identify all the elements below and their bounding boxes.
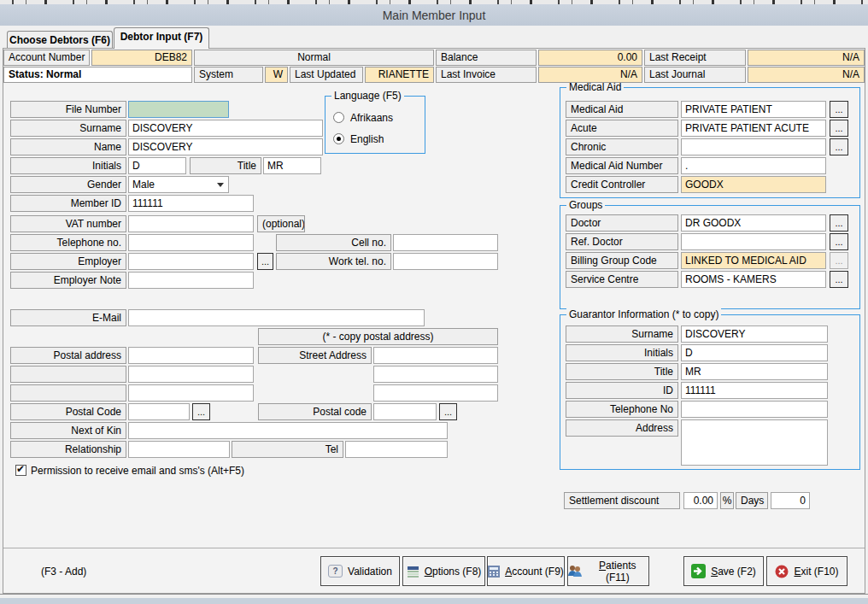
validation-button[interactable]: ? Validation: [320, 556, 400, 586]
guarantor-address-textarea[interactable]: [681, 419, 828, 466]
street-address-input-3[interactable]: [373, 384, 498, 402]
credit-controller-input[interactable]: [681, 176, 826, 193]
name-input[interactable]: [128, 138, 323, 155]
postal-code-label: Postal Code: [10, 403, 126, 420]
last-invoice-value: N/A: [538, 67, 642, 83]
acute-lookup-button[interactable]: ...: [830, 120, 848, 137]
radio-english-row[interactable]: English: [333, 133, 384, 145]
balance-value: 0.00: [538, 50, 642, 66]
gender-dropdown[interactable]: Male: [128, 176, 229, 193]
title-label: Title: [190, 157, 261, 174]
telephone-input[interactable]: [128, 234, 254, 251]
afrikaans-label: Afrikaans: [350, 112, 393, 124]
street-postal-code-input[interactable]: [373, 403, 437, 420]
member-id-input[interactable]: [128, 195, 254, 212]
medical-aid-lookup-button[interactable]: ...: [830, 101, 848, 118]
percent-label: %: [720, 492, 734, 509]
account-number-value: DEB82: [91, 50, 192, 66]
postal-code-lookup-button[interactable]: ...: [192, 403, 210, 420]
exit-button[interactable]: Exit (F10): [766, 556, 847, 586]
exit-button-label: Exit (F10): [794, 566, 838, 578]
acute-label: Acute: [566, 120, 678, 137]
relationship-input[interactable]: [128, 441, 230, 458]
postal-address-blank-label-2: [10, 384, 126, 402]
postal-address-input-2[interactable]: [128, 366, 254, 383]
postal-address-input-3[interactable]: [128, 384, 254, 402]
billing-group-code-input[interactable]: [681, 252, 826, 269]
credit-controller-label: Credit Controller: [566, 176, 678, 193]
guarantor-telephone-input[interactable]: [681, 401, 828, 418]
next-of-kin-input[interactable]: [128, 422, 448, 439]
guarantor-id-input[interactable]: [681, 382, 828, 399]
days-label: Days: [736, 492, 768, 509]
guarantor-surname-input[interactable]: [681, 325, 828, 343]
tab-choose-debtors[interactable]: Choose Debtors (F6): [7, 31, 113, 48]
chevron-down-icon[interactable]: [217, 183, 224, 187]
f3-add-hint: (F3 - Add): [41, 566, 86, 578]
copy-postal-address-label: (* - copy postal address): [258, 328, 498, 345]
account-button[interactable]: Account (F9): [487, 556, 565, 586]
exit-close-icon: [775, 565, 789, 578]
medical-aid-input[interactable]: [681, 101, 826, 118]
english-label: English: [350, 133, 384, 145]
vat-number-input[interactable]: [128, 215, 254, 232]
chronic-input[interactable]: [681, 138, 826, 155]
work-tel-input[interactable]: [393, 253, 498, 270]
question-bubble-icon: ?: [328, 565, 343, 578]
title-input[interactable]: [263, 157, 321, 174]
balance-label: Balance: [436, 50, 537, 66]
work-tel-label: Work tel. no.: [276, 253, 391, 270]
gender-label: Gender: [10, 176, 126, 193]
doctor-input[interactable]: [681, 214, 826, 232]
surname-input[interactable]: [128, 120, 323, 137]
guarantor-initials-input[interactable]: [681, 344, 828, 361]
postal-address-input-1[interactable]: [128, 347, 254, 364]
ref-doctor-lookup-button[interactable]: ...: [830, 233, 848, 250]
name-label: Name: [10, 138, 126, 155]
status-value: Status: Normal: [3, 67, 192, 83]
chronic-lookup-button[interactable]: ...: [830, 138, 848, 155]
service-centre-lookup-button[interactable]: ...: [830, 271, 848, 288]
tab-debtor-input[interactable]: Debtor Input (F7): [114, 27, 209, 49]
email-label: E-Mail: [10, 309, 126, 326]
save-button[interactable]: Save (F2): [683, 556, 764, 586]
days-input[interactable]: [771, 492, 810, 509]
permission-checkbox[interactable]: [15, 465, 26, 476]
employer-note-input[interactable]: [128, 272, 254, 289]
options-button-label: Options (F8): [425, 566, 482, 578]
settlement-discount-input[interactable]: [683, 492, 718, 509]
permission-label: Permission to receive email and sms's (A…: [31, 465, 244, 477]
doctor-lookup-button[interactable]: ...: [830, 214, 848, 232]
permission-checkbox-row[interactable]: Permission to receive email and sms's (A…: [15, 465, 244, 477]
window-bottom-frame: [0, 598, 868, 604]
street-address-input-2[interactable]: [373, 366, 498, 383]
last-receipt-label: Last Receipt: [644, 50, 746, 66]
billing-group-lookup-button: ...: [830, 252, 848, 269]
employer-input[interactable]: [128, 253, 254, 270]
medical-aid-number-input[interactable]: [681, 157, 826, 174]
save-arrow-icon: [691, 564, 706, 578]
employer-lookup-button[interactable]: ...: [257, 253, 273, 270]
cell-no-label: Cell no.: [276, 234, 391, 251]
street-postal-code-lookup-button[interactable]: ...: [439, 403, 457, 420]
ref-doctor-input[interactable]: [681, 233, 826, 250]
postal-address-label: Postal address: [10, 347, 126, 364]
tel-input[interactable]: [345, 441, 448, 458]
postal-code-input[interactable]: [128, 403, 190, 420]
english-radio[interactable]: [333, 133, 344, 144]
acute-input[interactable]: [681, 120, 826, 137]
initials-input[interactable]: [128, 157, 186, 174]
afrikaans-radio[interactable]: [333, 112, 344, 123]
street-address-input-1[interactable]: [373, 347, 498, 364]
guarantor-title-input[interactable]: [681, 363, 828, 380]
tab-choose-debtors-label: Choose Debtors (F6): [9, 34, 110, 46]
patients-button[interactable]: Patients (F11): [567, 556, 649, 586]
radio-afrikaans-row[interactable]: Afrikaans: [333, 112, 393, 124]
options-button[interactable]: Options (F8): [402, 556, 485, 586]
guarantor-address-label: Address: [566, 419, 678, 437]
service-centre-input[interactable]: [681, 271, 826, 288]
last-journal-label: Last Journal: [644, 67, 746, 83]
file-number-input[interactable]: [128, 101, 229, 118]
cell-no-input[interactable]: [393, 234, 498, 251]
email-input[interactable]: [128, 309, 425, 326]
